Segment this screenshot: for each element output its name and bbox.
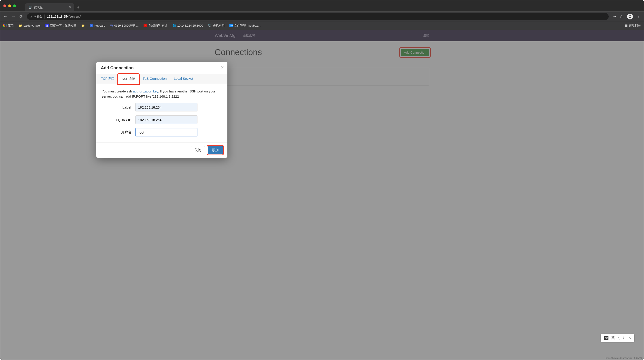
modal-close-footer-button[interactable]: 关闭 (191, 146, 205, 154)
window-close-dot[interactable] (3, 4, 6, 7)
wpy-icon: W (110, 24, 113, 27)
password-key-icon[interactable]: ⊶ (613, 14, 616, 18)
bookmark-kodbox[interactable]: kod文件管理 - kodbox… (230, 24, 260, 28)
globe-icon: 🌐 (172, 24, 176, 27)
bookmark-star-icon[interactable]: ☆ (620, 14, 623, 19)
bookmark-kuboard[interactable]: KKuboard (90, 24, 105, 27)
fqdn-field-label: FQDN / IP (102, 118, 135, 122)
tab-local-socket[interactable]: Local Socket (170, 74, 196, 84)
label-input[interactable] (135, 103, 198, 111)
modal-close-button[interactable]: × (221, 65, 224, 70)
username-field-label: 用户名 (102, 130, 135, 135)
apps-launcher-icon[interactable]: 应用 (3, 24, 14, 28)
browser-tab[interactable]: 🖥️ 仪表盘 × (25, 3, 74, 11)
url-host: 192.168.18.254 (47, 15, 69, 18)
modal-info-text: You must create ssh authorization key. I… (102, 89, 222, 99)
bookmark-ipcam[interactable]: 🌐10.143.214.25:8000 (172, 24, 203, 27)
tab-favicon-icon: 🖥️ (28, 5, 32, 9)
ime-status-bar[interactable]: du 英 °, ☾ ✳ (601, 334, 634, 342)
ime-moon-icon[interactable]: ☾ (622, 336, 626, 340)
bookmark-folder-baidu-yunwei[interactable]: 📁baidu yunwei (18, 24, 40, 27)
folder-icon: 📁 (18, 24, 22, 27)
not-secure-label: 不安全 (34, 14, 42, 18)
forward-icon[interactable]: → (12, 14, 16, 19)
kebab-menu-icon[interactable]: ⋮ (637, 14, 641, 19)
address-bar[interactable]: ⚠ 不安全 192.168.18.254/servers/ (27, 13, 609, 20)
authorization-key-link[interactable]: authorization key (133, 89, 158, 93)
browser-toolbar: ← → ⟳ ⚠ 不安全 192.168.18.254/servers/ ⊶ ☆ … (0, 11, 644, 21)
back-icon[interactable]: ← (3, 14, 8, 19)
youdao-icon: y (144, 24, 147, 27)
reload-icon[interactable]: ⟳ (20, 14, 23, 19)
tab-title: 仪表盘 (34, 5, 43, 9)
kuboard-icon: K (90, 24, 93, 27)
fqdn-input[interactable] (135, 115, 198, 124)
tab-tcp[interactable]: TCP连接 (97, 74, 118, 84)
window-titlebar: 🖥️ 仪表盘 × + (0, 0, 644, 11)
reading-list-icon: ☰ (625, 24, 628, 27)
reading-list-button[interactable]: ☰读取列表 (625, 24, 641, 28)
tab-ssh[interactable]: SSH连接 (118, 74, 139, 84)
baidu-icon: 百 (46, 24, 49, 27)
modal-add-button[interactable]: 添加 (208, 146, 223, 154)
ime-baidu-icon: du (604, 336, 608, 340)
add-connection-modal: Add Connection × TCP连接 SSH连接 TLS Connect… (96, 62, 228, 158)
ime-symbol-icon[interactable]: °, (618, 336, 620, 340)
bookmark-folder-generic[interactable]: 📁 (81, 24, 85, 27)
kodbox-icon: kod (230, 24, 233, 27)
username-input[interactable] (135, 128, 198, 137)
svg-point-0 (629, 15, 630, 16)
bookmark-baidu[interactable]: 百百度一下，你就知道 (46, 24, 76, 28)
tab-close-icon[interactable]: × (69, 5, 71, 9)
modal-title: Add Connection (101, 65, 223, 70)
vm-icon: 🖥️ (208, 24, 212, 27)
label-field-label: Label (102, 105, 135, 109)
ime-lang-indicator[interactable]: 英 (611, 336, 615, 340)
folder-icon: 📁 (81, 24, 85, 27)
tab-tls[interactable]: TLS Connection (139, 74, 170, 84)
bookmarks-bar: 应用 📁baidu yunwei 百百度一下，你就知道 📁 KKuboard W… (0, 21, 644, 30)
ime-settings-gear-icon[interactable]: ✳ (628, 336, 631, 340)
new-tab-button[interactable]: + (77, 3, 80, 11)
warning-icon: ⚠ (30, 15, 32, 18)
bookmark-youdao[interactable]: y在线翻译_有道 (144, 24, 167, 28)
window-minimize-dot[interactable] (8, 4, 11, 7)
url-path: /servers/ (69, 15, 81, 18)
window-zoom-dot[interactable] (13, 4, 16, 7)
profile-avatar-icon[interactable] (627, 14, 633, 19)
bookmark-vm-instance[interactable]: 🖥️虚机实例 (208, 24, 224, 28)
watermark-text: https://blog.csdn.net/weixin_4335743 (604, 357, 644, 360)
bookmark-s9820[interactable]: W0329 S9820替换… (110, 24, 139, 28)
